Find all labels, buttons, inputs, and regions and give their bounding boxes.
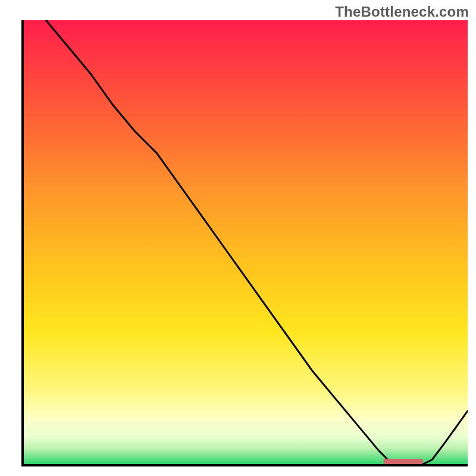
plot-area [21, 20, 468, 466]
watermark-text: TheBottleneck.com [335, 4, 469, 20]
gradient-background [24, 20, 468, 464]
chart-frame: TheBottleneck.com [0, 0, 476, 476]
optimal-marker [383, 459, 423, 464]
chart-svg [24, 20, 468, 464]
